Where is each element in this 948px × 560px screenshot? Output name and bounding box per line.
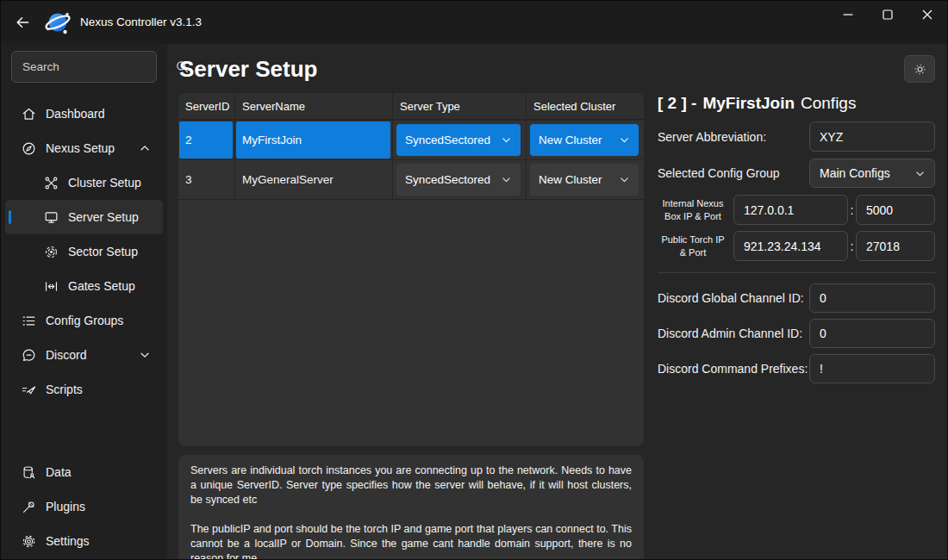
database-icon [20, 464, 37, 481]
internal-port-input[interactable] [856, 195, 935, 225]
dropdown-value: SyncedSectored [405, 134, 490, 146]
sidebar-item-discord[interactable]: Discord [5, 338, 163, 372]
search-box[interactable] [11, 51, 157, 83]
chevron-down-icon [619, 174, 630, 185]
sidebar-item-label: Plugins [46, 500, 85, 513]
label-line: Box IP & Port [664, 211, 721, 221]
sidebar-item-label: Scripts [46, 383, 83, 396]
dropdown-value: New Cluster [539, 173, 602, 186]
server-table: ServerID ServerName Server Type Selected… [178, 93, 644, 446]
discord-global-input[interactable] [809, 283, 935, 313]
maximize-icon [881, 8, 895, 22]
close-button[interactable] [907, 1, 947, 28]
label-line: & Port [680, 247, 707, 258]
close-icon [920, 8, 934, 22]
description-panel: Servers are individual torch instances y… [178, 455, 644, 560]
config-group-label: Selected Config Group [658, 166, 780, 180]
sidebar-nav: Dashboard Nexus Setup [1, 96, 167, 407]
sidebar-item-label: Dashboard [46, 107, 105, 121]
dropdown-value: SyncedSectored [405, 173, 490, 186]
sidebar-item-label: Data [46, 465, 72, 479]
sidebar-item-data[interactable]: Data [5, 455, 163, 489]
minimize-button[interactable] [828, 1, 868, 28]
chevron-down-icon [619, 134, 630, 146]
table-row[interactable]: 3 MyGeneralServer SyncedSectored New Clu… [178, 160, 644, 200]
maximize-button[interactable] [868, 1, 907, 28]
back-icon [14, 14, 31, 31]
server-name-cell[interactable]: MyGeneralServer [235, 173, 334, 186]
sun-icon [913, 62, 927, 77]
sidebar-bottom-nav: Data Plugins [1, 455, 167, 558]
sidebar-item-dashboard[interactable]: Dashboard [5, 96, 163, 131]
ip-port-separator: : [848, 203, 856, 217]
page-title: Server Setup [179, 56, 317, 83]
plugin-pin-icon [20, 498, 37, 515]
server-name-cell[interactable]: MyFirstJoin [236, 121, 390, 159]
label-line: Internal Nexus [663, 198, 724, 208]
discord-prefix-input[interactable] [809, 354, 935, 383]
chevron-down-icon [501, 134, 512, 146]
dropdown-value: New Cluster [539, 134, 602, 146]
sidebar-item-plugins[interactable]: Plugins [5, 489, 163, 524]
app-window: Nexus Controller v3.1.3 [0, 0, 948, 560]
sidebar-item-settings[interactable]: Settings [5, 524, 163, 558]
column-header-serverid[interactable]: ServerID [178, 93, 235, 119]
sidebar-item-cluster-setup[interactable]: Cluster Setup [5, 165, 163, 200]
minimize-icon [841, 8, 855, 22]
sidebar-item-scripts[interactable]: Scripts [5, 372, 163, 407]
monitor-icon [42, 208, 59, 226]
server-id-cell[interactable]: 2 [179, 121, 233, 159]
column-header-servertype[interactable]: Server Type [393, 93, 527, 119]
configs-suffix: Configs [801, 94, 856, 113]
server-id-cell[interactable]: 3 [178, 173, 192, 186]
config-panel: [ 2 ] - MyFirstJoin Configs Server Abbre… [658, 94, 935, 389]
column-header-selectedcluster[interactable]: Selected Cluster [527, 93, 644, 119]
server-type-dropdown[interactable]: SyncedSectored [396, 164, 521, 196]
chevron-down-icon [914, 168, 926, 179]
chevron-up-icon [139, 142, 151, 154]
sidebar-item-label: Nexus Setup [46, 141, 115, 155]
cluster-icon [42, 174, 59, 191]
gates-icon [42, 277, 59, 295]
home-icon [20, 105, 37, 122]
selected-cluster-dropdown[interactable]: New Cluster [530, 164, 639, 196]
discord-admin-input[interactable] [809, 319, 935, 348]
search-input[interactable] [12, 60, 175, 73]
sector-icon [42, 243, 59, 260]
table-header: ServerID ServerName Server Type Selected… [178, 93, 644, 121]
selected-server-id: [ 2 ] - [658, 94, 696, 113]
table-row-selected[interactable]: 2 MyFirstJoin SyncedSectored New Cluster [178, 121, 644, 160]
selected-cluster-dropdown[interactable]: New Cluster [530, 124, 639, 156]
sidebar-item-sector-setup[interactable]: Sector Setup [5, 234, 163, 269]
chevron-down-icon [501, 174, 512, 185]
abbreviation-label: Server Abbreviation: [658, 130, 766, 144]
abbreviation-input[interactable] [809, 121, 935, 152]
sidebar-item-label: Server Setup [68, 210, 139, 224]
sidebar-item-server-setup[interactable]: Server Setup [5, 200, 163, 234]
column-header-servername[interactable]: ServerName [235, 93, 393, 119]
internal-ip-label: Internal Nexus Box IP & Port [658, 197, 728, 222]
public-port-input[interactable] [856, 231, 935, 261]
chevron-down-icon [139, 349, 151, 361]
list-icon [20, 312, 37, 329]
sidebar: Dashboard Nexus Setup [1, 44, 167, 560]
server-type-dropdown[interactable]: SyncedSectored [396, 124, 521, 156]
sidebar-item-nexus-setup[interactable]: Nexus Setup [5, 131, 163, 165]
sidebar-item-label: Discord [46, 348, 86, 362]
internal-ip-input[interactable] [733, 195, 848, 225]
public-ip-input[interactable] [733, 231, 848, 261]
window-title: Nexus Controller v3.1.3 [80, 16, 202, 28]
label-line: Public Torch IP [661, 234, 724, 245]
back-button[interactable] [9, 10, 35, 34]
public-ip-label: Public Torch IP & Port [658, 233, 728, 258]
dropdown-value: Main Configs [820, 166, 890, 180]
theme-toggle-button[interactable] [904, 55, 935, 83]
sidebar-item-gates-setup[interactable]: Gates Setup [5, 269, 163, 303]
discord-prefix-label: Discord Command Prefixes: [658, 362, 808, 376]
app-logo-planet-icon [42, 7, 73, 38]
titlebar: Nexus Controller v3.1.3 [1, 1, 947, 44]
config-panel-header: [ 2 ] - MyFirstJoin Configs [658, 94, 935, 113]
sidebar-item-config-groups[interactable]: Config Groups [5, 303, 163, 338]
config-group-dropdown[interactable]: Main Configs [809, 159, 935, 188]
section-divider [658, 272, 935, 273]
